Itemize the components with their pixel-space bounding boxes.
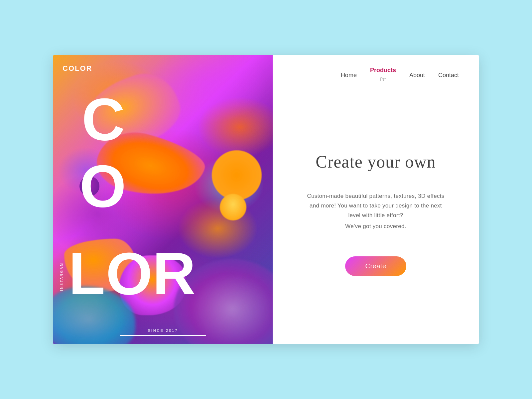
hero-description: Custom-made beautiful patterns, textures… [306,192,446,220]
brand-logo: COLOR [63,64,92,73]
create-button[interactable]: Create [345,256,406,276]
hero-tagline: We've got you covered. [345,223,406,230]
page-headline: Create your own [316,152,436,172]
left-panel: COLOR C O L OR INSTARGAM SINCE 2017 [53,55,273,344]
nav-products-wrapper[interactable]: Products ☞ [370,67,396,84]
navigation: Home Products ☞ About Contact [273,55,479,90]
blob-6 [220,194,246,220]
letter-c: C [82,89,125,149]
since-line [120,335,206,336]
main-content: Create your own Custom-made beautiful pa… [273,90,479,344]
right-panel: Home Products ☞ About Contact Create you… [273,55,479,344]
since-text: SINCE 2017 [148,329,178,332]
instargam-label: INSTARGAM [60,262,64,291]
letter-l: L [68,244,105,304]
browser-window: COLOR C O L OR INSTARGAM SINCE 2017 Home… [53,55,479,344]
nav-home[interactable]: Home [341,72,357,79]
blob-5 [212,150,262,200]
nav-products[interactable]: Products [370,67,396,74]
cursor-icon: ☞ [380,75,386,84]
letter-or: OR [106,244,196,304]
nav-about[interactable]: About [409,72,425,79]
letter-o: O [79,156,126,216]
nav-contact[interactable]: Contact [438,72,459,79]
